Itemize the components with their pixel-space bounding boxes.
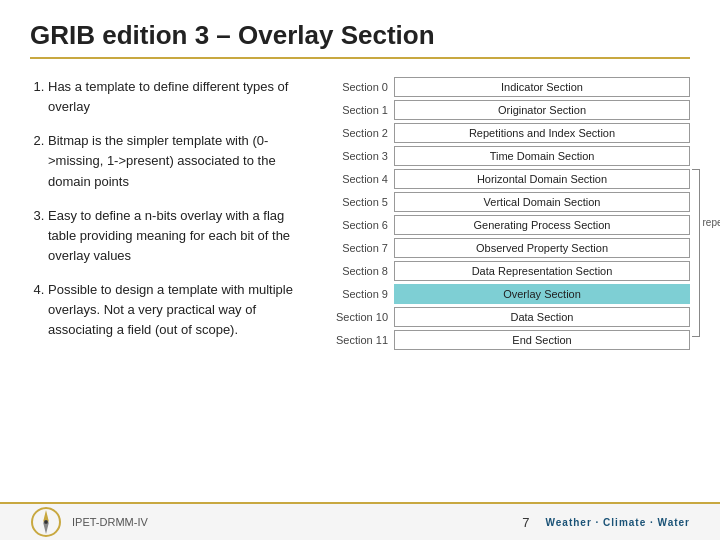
section-row: Section 3Time Domain Section — [330, 146, 690, 166]
section-label: Section 0 — [330, 81, 388, 93]
page-number: 7 — [522, 515, 529, 530]
section-box: Vertical Domain Section — [394, 192, 690, 212]
section-label: Section 3 — [330, 150, 388, 162]
section-label: Section 10 — [330, 311, 388, 323]
bullet-item: Bitmap is the simpler template with (0->… — [48, 131, 310, 191]
section-box: Originator Section — [394, 100, 690, 120]
footer-org: IPET-DRMM-IV — [72, 516, 148, 528]
footer-left: IPET-DRMM-IV — [30, 506, 148, 538]
section-box: Indicator Section — [394, 77, 690, 97]
section-label: Section 9 — [330, 288, 388, 300]
footer-right: 7 Weather · Climate · Water — [522, 515, 690, 530]
page-title: GRIB edition 3 – Overlay Section — [30, 20, 690, 59]
section-label: Section 1 — [330, 104, 388, 116]
section-row: Section 5Vertical Domain Section — [330, 192, 690, 212]
bullet-list: Has a template to define different types… — [30, 77, 310, 341]
section-row: Section 6Generating Process Section — [330, 215, 690, 235]
section-row: Section 1Originator Section — [330, 100, 690, 120]
section-box: Generating Process Section — [394, 215, 690, 235]
section-box: Data Representation Section — [394, 261, 690, 281]
section-row: Section 9Overlay Section — [330, 284, 690, 304]
section-label: Section 11 — [330, 334, 388, 346]
wmo-logo: Weather · Climate · Water — [546, 517, 690, 528]
bracket — [692, 169, 700, 337]
section-box: Overlay Section — [394, 284, 690, 304]
section-row: Section 10Data Section — [330, 307, 690, 327]
content-area: Has a template to define different types… — [30, 77, 690, 355]
svg-point-3 — [44, 520, 48, 524]
section-label: Section 6 — [330, 219, 388, 231]
footer: IPET-DRMM-IV 7 Weather · Climate · Water — [0, 502, 720, 540]
left-panel: Has a template to define different types… — [30, 77, 310, 355]
section-label: Section 8 — [330, 265, 388, 277]
section-box: Data Section — [394, 307, 690, 327]
compass-icon — [30, 506, 62, 538]
bullet-item: Possible to design a template with multi… — [48, 280, 310, 340]
section-diagram: Section 0Indicator SectionSection 1Origi… — [330, 77, 690, 355]
section-box: Repetitions and Index Section — [394, 123, 690, 143]
section-label: Section 2 — [330, 127, 388, 139]
section-row: Section 4Horizontal Domain Section — [330, 169, 690, 189]
section-row: Section 2Repetitions and Index Section — [330, 123, 690, 143]
section-label: Section 7 — [330, 242, 388, 254]
section-label: Section 5 — [330, 196, 388, 208]
section-row: Section 11End Section — [330, 330, 690, 350]
bullet-item: Has a template to define different types… — [48, 77, 310, 117]
section-row: Section 8Data Representation Section — [330, 261, 690, 281]
section-row: Section 0Indicator Section — [330, 77, 690, 97]
section-label: Section 4 — [330, 173, 388, 185]
section-box: Time Domain Section — [394, 146, 690, 166]
section-box: Observed Property Section — [394, 238, 690, 258]
bullet-item: Easy to define a n-bits overlay with a f… — [48, 206, 310, 266]
section-box: Horizontal Domain Section — [394, 169, 690, 189]
section-box: End Section — [394, 330, 690, 350]
repeated-label: repeated — [703, 217, 720, 228]
slide: GRIB edition 3 – Overlay Section Has a t… — [0, 0, 720, 540]
section-row: Section 7Observed Property Section — [330, 238, 690, 258]
